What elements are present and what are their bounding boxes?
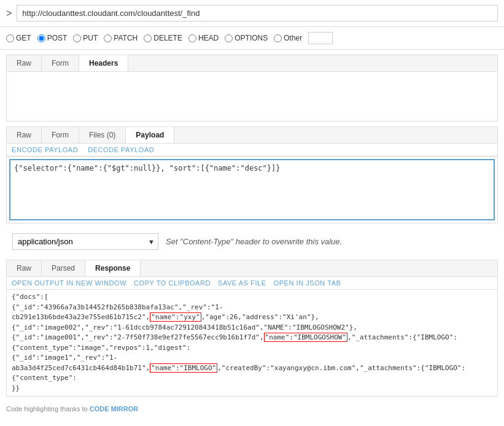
tab-form-payload[interactable]: Form (42, 127, 79, 143)
headers-section: Raw Form Headers (6, 55, 498, 122)
payload-editor[interactable]: {"selector":{"name":{"$gt":null}}, "sort… (9, 159, 495, 220)
payload-section: Raw Form Files (0) Payload ENCODE PAYLOA… (6, 126, 498, 223)
decode-payload-button[interactable]: DECODE PAYLOAD (88, 146, 154, 153)
response-line-5: {"_id":"image1","_rev":"1-ab3a3d4f25ced7… (12, 353, 492, 384)
url-bar: > (0, 0, 504, 27)
footer: Code highlighting thanks to CODE MIRROR (0, 401, 504, 416)
headers-tab-bar: Raw Form Headers (7, 55, 497, 72)
tab-raw-response[interactable]: Raw (7, 260, 42, 276)
method-options[interactable]: OPTIONS (225, 34, 268, 42)
method-post[interactable]: POST (37, 34, 68, 42)
encode-payload-button[interactable]: ENCODE PAYLOAD (12, 146, 78, 153)
tab-payload[interactable]: Payload (126, 127, 174, 143)
method-patch[interactable]: PATCH (104, 34, 138, 42)
highlight-name-ibmlogoshow: "name":"IBMLOGOSHOW" (264, 333, 347, 342)
method-head[interactable]: HEAD (188, 34, 219, 42)
response-actions: OPEN OUTPUT IN NEW WINDOW COPY TO CLIPBO… (7, 277, 497, 290)
footer-text: Code highlighting thanks to (6, 405, 90, 412)
tab-response[interactable]: Response (85, 260, 141, 276)
tab-files-payload[interactable]: Files (0) (79, 127, 126, 143)
open-json-tab-button[interactable]: OPEN IN JSON TAB (274, 279, 341, 287)
method-get[interactable]: GET (6, 34, 31, 42)
content-type-wrapper: application/json text/plain application/… (12, 233, 158, 250)
response-line-1: {"docs":[ (12, 292, 492, 303)
response-line-3: {"_id":"image002","_rev":"1-61dccb9784ac… (12, 323, 492, 333)
open-new-window-button[interactable]: OPEN OUTPUT IN NEW WINDOW (12, 279, 126, 287)
tab-parsed-response[interactable]: Parsed (42, 260, 85, 276)
payload-tab-bar: Raw Form Files (0) Payload (7, 127, 497, 144)
headers-content (7, 72, 497, 121)
response-section: Raw Parsed Response OPEN OUTPUT IN NEW W… (6, 260, 498, 397)
response-line-2: {"_id":"43966a7a3b14452fb265b838bafa13ac… (12, 303, 492, 323)
save-as-file-button[interactable]: SAVE AS FILE (218, 279, 266, 287)
method-delete[interactable]: DELETE (144, 34, 182, 42)
response-line-4: {"_id":"image001","_rev":"2-7f50f738e9ef… (12, 333, 492, 353)
tab-headers[interactable]: Headers (79, 55, 128, 71)
method-bar: GET POST PUT PATCH DELETE HEAD OPTIONS O… (0, 27, 504, 50)
tab-raw-headers[interactable]: Raw (7, 55, 42, 71)
copy-clipboard-button[interactable]: COPY TO CLIPBOARD (134, 279, 211, 287)
response-output: {"docs":[ {"_id":"43966a7a3b14452fb265b8… (7, 290, 497, 396)
url-input[interactable] (17, 5, 498, 21)
content-type-select[interactable]: application/json text/plain application/… (12, 233, 158, 250)
method-other-input[interactable] (308, 32, 333, 44)
response-line-6: }} (12, 384, 492, 394)
highlight-name-ibmlogo: "name":"IBMLOGO" (150, 363, 217, 373)
codemirror-link[interactable]: CODE MIRROR (90, 405, 138, 412)
response-tab-bar: Raw Parsed Response (7, 260, 497, 277)
content-type-bar: application/json text/plain application/… (6, 228, 498, 255)
tab-raw-payload[interactable]: Raw (7, 127, 42, 143)
tab-form-headers[interactable]: Form (42, 55, 79, 71)
highlight-name-yxy: "name":"yxy" (150, 312, 201, 322)
method-other[interactable]: Other (274, 34, 302, 42)
expand-button[interactable]: > (6, 8, 12, 19)
method-put[interactable]: PUT (73, 34, 98, 42)
payload-actions: ENCODE PAYLOAD DECODE PAYLOAD (7, 144, 497, 157)
content-type-note: Set "Content-Type" header to overwrite t… (166, 237, 342, 246)
